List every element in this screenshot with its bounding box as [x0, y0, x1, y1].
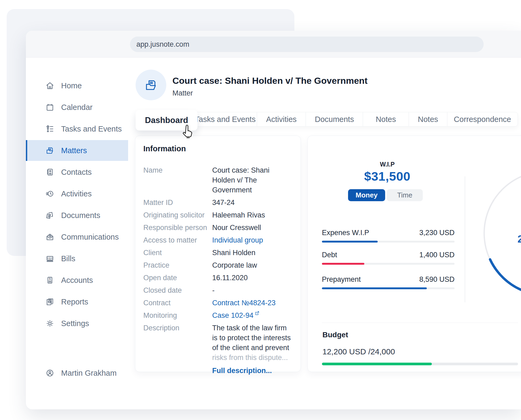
prepayment-progress-track: [322, 287, 455, 289]
field-label: Name: [143, 165, 212, 195]
sidebar-item-label: Reports: [61, 298, 88, 306]
matters-icon: [45, 146, 55, 155]
info-row-responsible-person: Responsible person Nour Cresswell: [143, 223, 293, 233]
full-description-link[interactable]: Full description...: [212, 366, 291, 376]
info-row-originating-solicitor: Originating solicitor Haleemah Rivas: [143, 210, 293, 220]
sidebar-item-label: Tasks and Events: [61, 125, 122, 133]
info-row-practice: Practice Corporate law: [143, 260, 293, 270]
sidebar-item-label: Activities: [61, 189, 92, 198]
metric-prepayment: Prepayment 8,590 USD: [322, 275, 455, 289]
external-link-icon: [255, 311, 260, 316]
documents-icon: [45, 211, 55, 220]
sidebar-item-label: Bills: [61, 254, 75, 263]
field-label: Matter ID: [143, 198, 212, 208]
page-title: Court case: Shani Holden v/ The Governme…: [172, 76, 368, 86]
tab-tasks-and-events[interactable]: Tasks and Events: [194, 112, 257, 126]
description-line: risks from this dispute...: [212, 353, 291, 363]
individual-group-link[interactable]: Individual group: [212, 236, 263, 244]
field-label: Access to matter: [143, 235, 212, 245]
field-label: Practice: [143, 260, 212, 270]
budget-progress-fill: [322, 363, 432, 365]
metric-value: 8,590 USD: [419, 275, 455, 284]
field-label: Responsible person: [143, 223, 212, 233]
sidebar-item-activities[interactable]: Activities: [26, 183, 128, 204]
url-bar[interactable]: app.jusnote.com: [130, 37, 484, 52]
info-row-monitoring: Monitoring Case 102-94: [143, 311, 293, 320]
sidebar-item-calendar[interactable]: Calendar: [26, 97, 128, 118]
budget-value: 12,200 USD /24,000: [322, 347, 395, 356]
sidebar-item-label: Communications: [61, 233, 119, 241]
money-time-toggle: Money Time: [348, 189, 423, 201]
browser-window: app.jusnote.com Home Calendar Tasks and …: [26, 31, 521, 409]
page-subtitle: Matter: [172, 89, 193, 97]
field-value: Nour Cresswell: [212, 223, 261, 233]
field-value: 347-24: [212, 198, 235, 208]
field-label: Open date: [143, 273, 212, 283]
field-value: -: [212, 286, 215, 295]
matter-folder-icon: [144, 78, 159, 93]
information-card: Information Name Court case: Shani Holde…: [135, 136, 301, 372]
tab-dashboard-active[interactable]: Dashboard: [136, 110, 198, 130]
sidebar-item-home[interactable]: Home: [26, 75, 128, 96]
metric-label: Prepayment: [322, 275, 361, 284]
sidebar-user-name: Martin Grakham: [61, 369, 117, 378]
reports-icon: [45, 297, 55, 307]
sidebar-item-matters[interactable]: Matters: [26, 140, 128, 161]
metric-expenses-wip: Expenes W.I.P 3,230 USD: [322, 229, 455, 243]
donut-center-label: 2: [518, 233, 521, 245]
sidebar-user[interactable]: Martin Grakham: [26, 363, 128, 383]
sidebar-item-reports[interactable]: Reports: [26, 291, 128, 312]
gear-icon: [45, 319, 55, 328]
sidebar-item-settings[interactable]: Settings: [26, 313, 128, 334]
field-label: Monitoring: [143, 311, 212, 320]
budget-progress-track: [322, 363, 518, 365]
information-title: Information: [143, 144, 293, 153]
case-link-text: Case 102-94: [212, 311, 254, 319]
vertical-divider: [465, 176, 465, 302]
sidebar-item-accounts[interactable]: $ Accounts: [26, 270, 128, 291]
url-text: app.jusnote.com: [136, 40, 189, 49]
sidebar-item-label: Accounts: [61, 276, 93, 285]
info-row-description: Description The task of the law firm is …: [143, 323, 293, 376]
tab-correspondence[interactable]: Correspondence: [447, 112, 518, 126]
info-row-access-to-matter: Access to matter Individual group: [143, 235, 293, 245]
field-value: Court case: Shani Holden v/ The Governme…: [212, 165, 293, 195]
info-row-closed-date: Closed date -: [143, 286, 293, 295]
metric-label: Expenes W.I.P: [322, 229, 369, 237]
sidebar-item-documents[interactable]: Documents: [26, 205, 128, 226]
tab-activities[interactable]: Activities: [257, 112, 306, 126]
time-toggle-button[interactable]: Time: [387, 189, 423, 201]
info-row-open-date: Open date 16.11.2020: [143, 273, 293, 283]
sidebar-item-communications[interactable]: Communications: [26, 227, 128, 247]
info-row-client: Client Shani Holden: [143, 248, 293, 258]
svg-text:$: $: [49, 257, 51, 260]
sidebar-item-label: Contacts: [61, 168, 92, 177]
info-row-contract: Contract Contract №4824-23: [143, 298, 293, 308]
tab-notes-2[interactable]: Notes: [409, 112, 447, 126]
tab-documents[interactable]: Documents: [306, 112, 363, 126]
sidebar-item-contacts[interactable]: Contacts: [26, 162, 128, 183]
wip-amount: $31,500: [308, 169, 467, 184]
field-value: Shani Holden: [212, 248, 255, 258]
case-link[interactable]: Case 102-94: [212, 311, 260, 319]
expenses-progress-fill: [322, 241, 378, 243]
prepayment-progress-fill: [322, 287, 427, 289]
tasks-icon: [45, 124, 55, 134]
sidebar-item-tasks-and-events[interactable]: Tasks and Events: [26, 118, 128, 139]
field-label: Description: [143, 323, 212, 376]
horizontal-divider: [322, 323, 518, 323]
contract-link[interactable]: Contract №4824-23: [212, 299, 276, 307]
money-toggle-button[interactable]: Money: [348, 189, 385, 201]
sidebar-item-bills[interactable]: $ Bills: [26, 248, 128, 269]
sidebar-item-label: Settings: [61, 319, 89, 328]
matter-avatar: [136, 70, 166, 100]
field-value: 16.11.2020: [212, 273, 248, 283]
home-icon: [45, 81, 55, 90]
tab-notes[interactable]: Notes: [363, 112, 409, 126]
donut-arc: [490, 259, 521, 291]
budget-title: Budget: [322, 331, 348, 339]
wip-card: W.I.P $31,500 Money Time Expenes W.I.P 3…: [307, 136, 521, 372]
field-label: Contract: [143, 298, 212, 308]
screenshot-stage: app.jusnote.com Home Calendar Tasks and …: [0, 0, 521, 420]
sidebar-item-label: Home: [61, 81, 82, 90]
